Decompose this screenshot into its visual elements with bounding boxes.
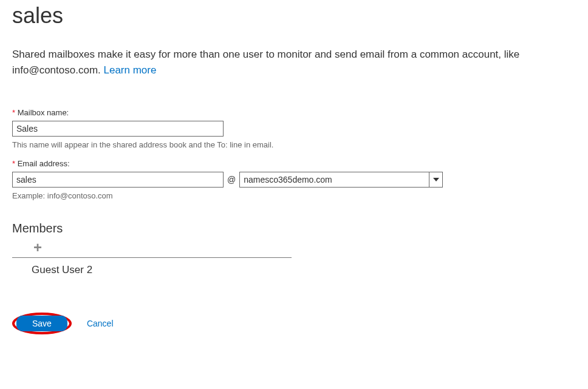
email-domain-select[interactable]: namesco365demo.com	[239, 172, 443, 188]
add-member-button[interactable]: +	[12, 240, 63, 255]
email-address-label: * Email address:	[12, 159, 576, 168]
mailbox-name-group: * Mailbox name: This name will appear in…	[12, 108, 576, 149]
required-marker: *	[12, 159, 15, 168]
email-address-group: * Email address: @ namesco365demo.com Ex…	[12, 159, 576, 200]
members-list: Guest User 2	[12, 258, 292, 282]
mailbox-name-label-text: Mailbox name:	[18, 108, 69, 117]
plus-icon: +	[33, 239, 42, 255]
members-toolbar: +	[12, 240, 292, 258]
mailbox-name-hint: This name will appear in the shared addr…	[12, 140, 576, 149]
at-sign: @	[227, 175, 236, 184]
email-domain-dropdown-button[interactable]	[429, 172, 442, 187]
page-title: sales	[12, 3, 576, 29]
list-item[interactable]: Guest User 2	[12, 258, 292, 282]
email-address-label-text: Email address:	[18, 159, 70, 168]
cancel-link[interactable]: Cancel	[87, 319, 114, 328]
email-domain-value: namesco365demo.com	[240, 172, 429, 187]
members-section: Members + Guest User 2	[12, 222, 576, 282]
action-row: Save Cancel	[12, 313, 576, 334]
mailbox-name-input[interactable]	[12, 121, 224, 137]
save-button[interactable]: Save	[16, 316, 67, 331]
learn-more-link[interactable]: Learn more	[104, 64, 157, 76]
page-description: Shared mailboxes make it easy for more t…	[12, 47, 576, 78]
required-marker: *	[12, 108, 15, 117]
members-heading: Members	[12, 222, 576, 235]
description-text: Shared mailboxes make it easy for more t…	[12, 49, 519, 76]
email-address-hint: Example: info@contoso.com	[12, 191, 576, 200]
save-highlight-annotation: Save	[12, 313, 72, 334]
chevron-down-icon	[433, 178, 439, 181]
mailbox-name-label: * Mailbox name:	[12, 108, 576, 117]
email-localpart-input[interactable]	[12, 172, 224, 188]
